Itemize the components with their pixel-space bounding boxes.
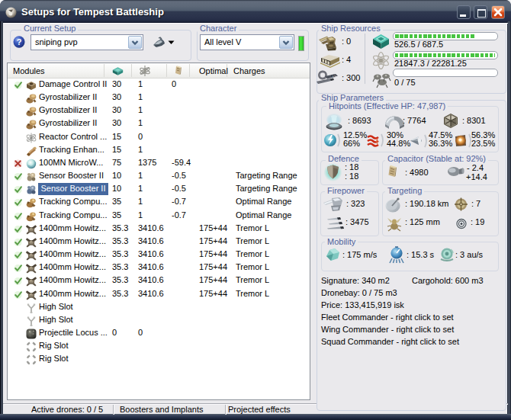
svg-text:30: 30 <box>332 75 336 79</box>
svg-text:?: ? <box>17 37 22 46</box>
